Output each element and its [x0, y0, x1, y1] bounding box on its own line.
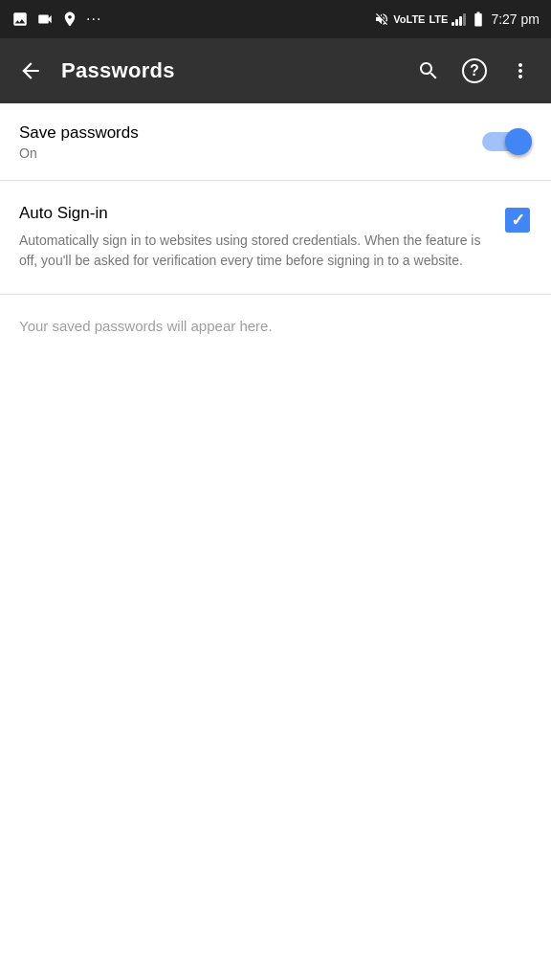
save-passwords-text: Save passwords On [19, 123, 482, 161]
auto-signin-title: Auto Sign-in [19, 204, 490, 223]
video-icon [36, 11, 54, 28]
save-passwords-toggle[interactable] [482, 126, 532, 157]
more-dots: ··· [86, 11, 101, 28]
app-bar: Passwords ? [0, 38, 551, 103]
lte-label: VoLTE [393, 13, 425, 25]
image-icon [11, 11, 29, 28]
status-bar: ··· VoLTE LTE 7:27 pm [0, 0, 551, 38]
back-button[interactable] [8, 48, 54, 94]
page-title: Passwords [61, 58, 406, 83]
auto-signin-checkbox[interactable]: ✓ [505, 208, 532, 234]
mute-icon [374, 11, 389, 27]
empty-state: Your saved passwords will appear here. [0, 295, 551, 358]
status-bar-left-icons: ··· [11, 11, 101, 28]
checkmark-icon: ✓ [511, 212, 525, 229]
app-bar-actions: ? [406, 48, 543, 94]
empty-state-text: Your saved passwords will appear here. [19, 318, 273, 334]
search-button[interactable] [406, 48, 452, 94]
battery-icon [470, 11, 487, 28]
save-passwords-status: On [19, 145, 482, 161]
auto-signin-description: Automatically sign in to websites using … [19, 231, 490, 271]
auto-signin-text: Auto Sign-in Automatically sign in to we… [19, 204, 505, 271]
save-passwords-row: Save passwords On [0, 103, 551, 180]
toggle-thumb [505, 128, 532, 155]
help-button[interactable]: ? [452, 48, 497, 94]
status-bar-right-icons: VoLTE LTE 7:27 pm [374, 11, 540, 28]
back-icon [18, 58, 43, 83]
search-icon [417, 59, 440, 82]
help-icon: ? [462, 58, 487, 83]
save-passwords-label: Save passwords [19, 123, 482, 143]
location-icon [61, 11, 78, 28]
more-button[interactable] [497, 48, 543, 94]
auto-signin-row: Auto Sign-in Automatically sign in to we… [0, 181, 551, 294]
signal-icon [452, 12, 466, 26]
checkbox-checked: ✓ [505, 208, 530, 233]
more-icon [509, 59, 532, 82]
status-time: 7:27 pm [491, 11, 540, 27]
content: Save passwords On Auto Sign-in Automatic… [0, 103, 551, 358]
lte2-label: LTE [429, 13, 448, 25]
